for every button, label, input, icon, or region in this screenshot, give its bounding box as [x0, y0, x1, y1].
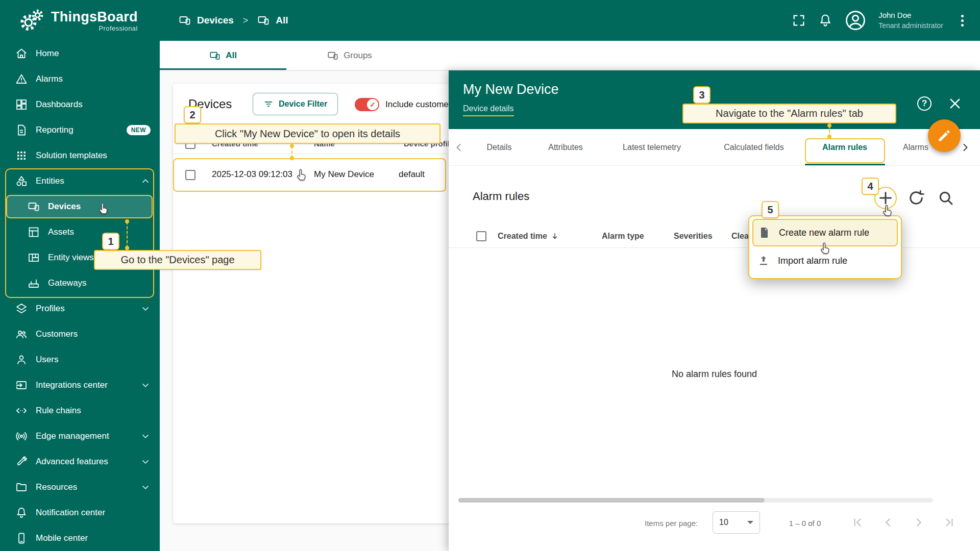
notifications-bell-icon[interactable] — [818, 13, 832, 28]
sidebar-item-customers[interactable]: Customers — [0, 321, 160, 347]
previous-page-icon[interactable] — [881, 516, 895, 529]
step2-connector — [291, 146, 292, 158]
select-all-checkbox[interactable] — [476, 231, 486, 241]
sidebar-item-devices[interactable]: Devices — [6, 195, 153, 218]
sidebar-item-label: Home — [36, 48, 59, 59]
step3-connector — [829, 126, 830, 137]
step5-badge: 5 — [762, 201, 779, 218]
notification-bell-icon — [15, 507, 28, 519]
brand-logo[interactable]: ThingsBoard Professional — [18, 0, 138, 41]
cell-device-name[interactable]: My New Device — [314, 169, 374, 180]
sidebar-item-rule-chains[interactable]: Rule chains — [0, 398, 160, 423]
user-avatar[interactable] — [845, 10, 866, 31]
sidebar-item-profiles[interactable]: Profiles — [0, 296, 160, 321]
tabs-scroll-right-icon[interactable] — [959, 141, 971, 154]
tabs-scroll-left-icon[interactable] — [453, 141, 465, 154]
tab-groups[interactable]: Groups — [286, 41, 413, 70]
gateways-icon — [28, 277, 40, 289]
sidebar-item-advanced-features[interactable]: Advanced features — [0, 449, 160, 474]
chevron-down-icon — [140, 380, 151, 390]
fullscreen-icon[interactable] — [792, 13, 806, 28]
devices-icon — [179, 14, 191, 27]
horizontal-scrollbar[interactable] — [458, 498, 933, 503]
sidebar-item-entities[interactable]: Entities — [0, 168, 160, 194]
edit-fab-button[interactable] — [928, 119, 961, 152]
header-severities[interactable]: Severities — [674, 232, 713, 241]
tab-latest-telemetry[interactable]: Latest telemetry — [623, 129, 681, 166]
panel-title: My New Device — [463, 82, 559, 97]
breadcrumb-root[interactable]: Devices — [197, 15, 234, 26]
sidebar-item-home[interactable]: Home — [0, 41, 160, 66]
sidebar-item-integrations-center[interactable]: Integrations center — [0, 372, 160, 398]
add-alarm-rule-icon[interactable] — [876, 189, 895, 207]
panel-tabs: Details Attributes Latest telemetry Calc… — [449, 129, 980, 166]
add-alarm-rule-menu: Create new alarm rule Import alarm rule — [748, 215, 902, 279]
sidebar-item-label: Edge management — [36, 431, 109, 441]
sidebar-item-users[interactable]: Users — [0, 347, 160, 372]
home-icon — [15, 47, 28, 60]
sidebar-item-label: Integrations center — [36, 380, 108, 390]
gear-logo-icon — [18, 8, 44, 33]
last-page-icon[interactable] — [943, 516, 956, 529]
devices-icon — [28, 201, 40, 213]
advanced-features-icon — [15, 456, 28, 468]
customers-icon — [15, 328, 28, 340]
kebab-menu-icon[interactable] — [955, 15, 969, 27]
sidebar-item-label: Advanced features — [36, 457, 108, 467]
scrollbar-thumb[interactable] — [458, 498, 765, 503]
pagination-footer: Items per page: 10 1 – 0 of 0 — [449, 510, 980, 551]
page-size-select[interactable]: 10 — [713, 511, 760, 534]
sidebar-item-label: Assets — [48, 227, 74, 237]
sidebar-item-label: Mobile center — [36, 533, 88, 543]
sidebar-item-dashboards[interactable]: Dashboards — [0, 92, 160, 117]
step1-connector — [127, 221, 128, 248]
brand-subtitle: Professional — [99, 24, 137, 32]
menu-item-label: Create new alarm rule — [779, 228, 869, 238]
sidebar-item-alarms[interactable]: Alarms — [0, 66, 160, 92]
search-icon[interactable] — [937, 189, 955, 207]
sidebar-item-notification-center[interactable]: Notification center — [0, 500, 160, 525]
menu-item-create-alarm-rule[interactable]: Create new alarm rule — [752, 219, 898, 246]
sidebar-item-reporting[interactable]: Reporting NEW — [0, 117, 160, 143]
breadcrumb-current[interactable]: All — [276, 15, 288, 26]
tab-alarms[interactable]: Alarms — [903, 129, 928, 166]
sidebar-item-edge-management[interactable]: Edge management — [0, 423, 160, 449]
refresh-icon[interactable] — [907, 189, 925, 207]
sidebar-item-gateways[interactable]: Gateways — [0, 270, 160, 296]
sidebar-item-resources[interactable]: Resources — [0, 474, 160, 500]
page-range-label: 1 – 0 of 0 — [780, 519, 829, 528]
help-icon[interactable]: ? — [917, 96, 932, 111]
sidebar-item-assets[interactable]: Assets — [0, 219, 160, 245]
next-page-icon[interactable] — [912, 516, 925, 529]
sidebar-item-label: Users — [36, 355, 58, 365]
sidebar-item-label: Customers — [36, 329, 78, 339]
sidebar-item-label: Gateways — [48, 278, 87, 288]
header-created-time[interactable]: Created time — [498, 232, 559, 241]
breadcrumb: Devices > All — [179, 0, 288, 41]
tab-attributes[interactable]: Attributes — [548, 129, 583, 166]
tab-all[interactable]: All — [160, 41, 286, 70]
tab-details[interactable]: Details — [487, 129, 512, 166]
step3-callout: Navigate to the "Alarm rules" tab — [682, 104, 896, 123]
first-page-icon[interactable] — [851, 516, 864, 529]
entities-icon — [15, 175, 28, 187]
sidebar-item-label: Reporting — [36, 125, 74, 135]
panel-subtitle: Device details — [463, 104, 514, 116]
sidebar-item-solution-templates[interactable]: Solution templates — [0, 143, 160, 168]
row-checkbox[interactable] — [185, 170, 195, 180]
step2-callout: Click "My New Device" to open its detail… — [175, 123, 440, 144]
sidebar-item-label: Entity views — [48, 253, 94, 263]
header-alarm-type[interactable]: Alarm type — [602, 232, 644, 241]
include-customer-label: Include customer — [385, 99, 451, 110]
menu-item-import-alarm-rule[interactable]: Import alarm rule — [749, 246, 901, 275]
close-icon[interactable] — [948, 96, 962, 111]
alarm-rules-section-title: Alarm rules — [473, 190, 529, 203]
device-filter-label: Device Filter — [279, 99, 327, 109]
sidebar-item-mobile-center[interactable]: Mobile center — [0, 525, 160, 551]
sort-desc-arrow-icon — [550, 232, 559, 241]
include-customer-toggle[interactable]: ✓ — [355, 98, 379, 111]
top-bar: ThingsBoard Professional Devices > All — [0, 0, 980, 41]
device-filter-button[interactable]: Device Filter — [253, 93, 338, 115]
user-name: John Doe — [878, 10, 943, 20]
tab-calculated-fields[interactable]: Calculated fields — [724, 129, 783, 166]
